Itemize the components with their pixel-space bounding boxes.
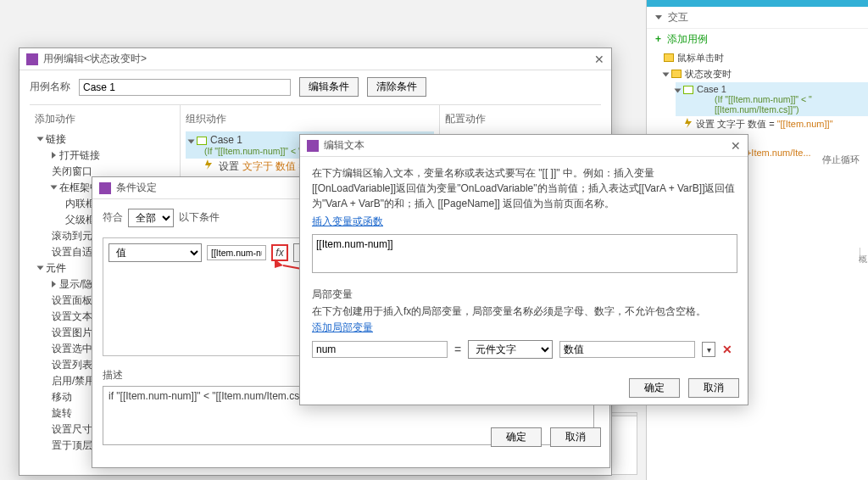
cancel-button[interactable]: 取消: [550, 427, 601, 447]
case1-action[interactable]: 设置 文字于 数值 = "[[Item.num]]": [684, 116, 868, 132]
rp-icon: [26, 53, 38, 65]
match-suffix: 以下条件: [179, 210, 220, 225]
help-text: 在下方编辑区输入文本，变量名称或表达式要写在 "[[ ]]" 中。例如：插入变量…: [312, 165, 736, 211]
add-action-label: 添加动作: [35, 110, 175, 131]
lightning-icon: [204, 159, 213, 170]
case-condition: (If "[[Item.num-num]]" < "[[Item.num/Ite…: [715, 94, 865, 114]
add-case-link[interactable]: + 添加用例: [647, 29, 868, 50]
case-icon: [197, 137, 207, 145]
edit-text-dialog: 编辑文本 ✕ 在下方编辑区输入文本，变量名称或表达式要写在 "[[ ]]" 中。…: [299, 134, 748, 405]
add-local-var-link[interactable]: 添加局部变量: [312, 321, 373, 333]
expression-textarea[interactable]: [312, 234, 737, 273]
event-icon: [664, 53, 674, 62]
var-widget-input[interactable]: [559, 341, 695, 358]
caret-icon: [663, 73, 670, 77]
organize-action-label: 组织动作: [186, 110, 434, 131]
side-tab[interactable]: 概: [860, 248, 868, 261]
close-icon[interactable]: ✕: [594, 53, 604, 66]
edit-condition-button[interactable]: 编辑条件: [299, 77, 359, 97]
local-var-row: = 元件文字 ▾ ✕: [312, 340, 736, 359]
cancel-button[interactable]: 取消: [688, 378, 739, 398]
match-select[interactable]: 全部: [128, 209, 174, 227]
dropdown-icon[interactable]: ▾: [702, 342, 715, 357]
lightning-icon: [684, 118, 693, 128]
equals-label: =: [454, 343, 461, 356]
configure-action-label: 配置动作: [445, 110, 596, 131]
case-icon: [683, 86, 693, 94]
rp-icon: [307, 140, 319, 152]
add-case-label: 添加用例: [667, 33, 708, 45]
caret-icon: [675, 89, 682, 93]
stop-loop-label: 停止循环: [822, 153, 860, 166]
fx-button[interactable]: fx: [271, 244, 288, 261]
panel-tab-highlight: [647, 0, 868, 7]
insert-var-link[interactable]: 插入变量或函数: [312, 215, 383, 227]
action-open-link[interactable]: 打开链接: [48, 148, 175, 164]
local-var-title: 局部变量: [312, 287, 736, 302]
window-title: 编辑文本: [324, 138, 364, 153]
event-state-change[interactable]: 状态改变时: [664, 66, 868, 82]
desc-label: 描述: [103, 369, 123, 381]
case-editor-titlebar[interactable]: 用例编辑<状态改变时> ✕: [19, 48, 611, 70]
section-interactions[interactable]: 交互: [647, 7, 868, 29]
caret-down-icon: [655, 15, 662, 20]
cond-value-input[interactable]: [207, 245, 266, 260]
ok-button[interactable]: 确定: [629, 378, 680, 398]
case-1[interactable]: Case 1 (If "[[Item.num-num]]" < "[[Item.…: [676, 82, 868, 116]
svg-marker-0: [685, 118, 692, 128]
delete-var-icon[interactable]: ✕: [722, 343, 732, 356]
case-name-input[interactable]: [79, 79, 291, 96]
window-title: 条件设定: [116, 181, 157, 195]
rp-icon: [99, 182, 111, 194]
event-click[interactable]: 鼠标单击时: [664, 50, 868, 66]
var-type-select[interactable]: 元件文字: [468, 340, 553, 359]
ok-button[interactable]: 确定: [491, 427, 542, 447]
plus-icon: +: [655, 33, 661, 45]
group-links[interactable]: 链接: [35, 131, 175, 148]
close-icon[interactable]: ✕: [731, 139, 741, 153]
section-label: 交互: [668, 11, 688, 23]
var-name-input[interactable]: [312, 341, 448, 358]
match-label: 符合: [103, 210, 123, 225]
clear-condition-button[interactable]: 清除条件: [367, 77, 426, 97]
window-title: 用例编辑<状态改变时>: [43, 52, 147, 66]
cond-type-select[interactable]: 值: [108, 243, 202, 262]
local-var-help: 在下方创建用于插入fx的局部变量，局部变量名称必须是字母、数字，不允许包含空格。: [312, 304, 736, 319]
edit-text-titlebar[interactable]: 编辑文本 ✕: [300, 135, 748, 157]
event-icon: [671, 70, 682, 78]
caret-icon: [188, 140, 195, 144]
case-name-label: 用例名称: [30, 80, 70, 94]
svg-marker-2: [205, 159, 212, 170]
